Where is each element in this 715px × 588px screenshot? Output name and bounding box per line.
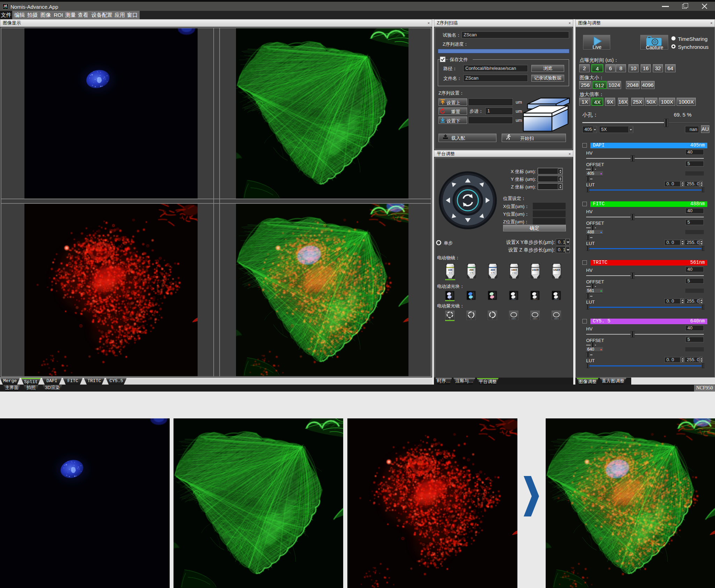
svg-text:USER 2: USER 2 [533,318,537,320]
svg-text:USER 1: USER 1 [511,299,516,300]
svg-text:20X: 20X [469,269,474,271]
svg-text:USER 3: USER 3 [554,299,559,300]
svg-text:USER: USER [553,269,560,271]
svg-text:USER: USER [532,269,539,271]
svg-text:0.3: 0.3 [449,272,452,274]
svg-text:C: C [492,318,493,320]
svg-text:1.4oil: 1.4oil [512,272,516,274]
svg-text:USER 1: USER 1 [511,318,516,320]
svg-text:0.75: 0.75 [470,272,473,274]
svg-text:C: C [492,299,493,300]
svg-text:100X: 100X [511,269,517,271]
svg-text:0.75: 0.75 [491,272,495,274]
svg-text:USER 2: USER 2 [533,299,537,300]
svg-text:40X: 40X [491,269,495,271]
svg-text:10X: 10X [448,269,452,271]
svg-text:USER 3: USER 3 [554,318,559,320]
